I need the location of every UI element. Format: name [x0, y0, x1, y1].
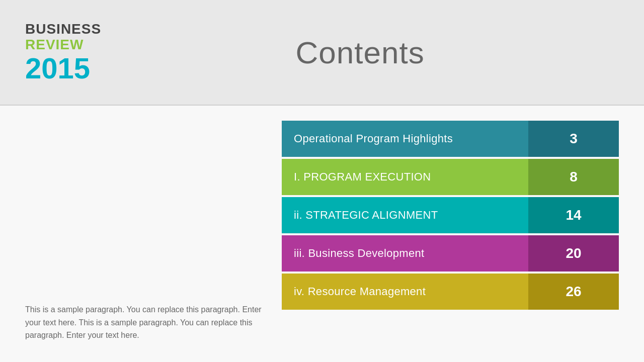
table-row: iv. Resource Management26 [282, 274, 619, 310]
table-row: Operational Program Highlights3 [282, 121, 619, 157]
row-label: iii. Business Development [282, 235, 528, 272]
row-label: Operational Program Highlights [282, 121, 528, 157]
row-page-number: 8 [528, 159, 619, 195]
logo-business: BUSINESS [25, 22, 101, 37]
table-row: I. PROGRAM EXECUTION8 [282, 159, 619, 195]
logo-year: 2015 [25, 54, 101, 83]
row-label: iv. Resource Management [282, 274, 528, 310]
table-row: iii. Business Development20 [282, 235, 619, 272]
header-title-area: Contents [101, 35, 619, 70]
contents-table: Operational Program Highlights3I. PROGRA… [282, 121, 619, 347]
header: BUSINESS REVIEW 2015 Contents [0, 0, 644, 106]
table-row: ii. STRATEGIC ALIGNMENT14 [282, 197, 619, 233]
row-label: I. PROGRAM EXECUTION [282, 159, 528, 195]
row-page-number: 20 [528, 235, 619, 272]
logo-review: REVIEW [25, 37, 101, 53]
row-page-number: 3 [528, 121, 619, 157]
page-title: Contents [296, 35, 425, 70]
row-label: ii. STRATEGIC ALIGNMENT [282, 197, 528, 233]
row-page-number: 26 [528, 274, 619, 310]
left-panel: This is a sample paragraph. You can repl… [25, 121, 282, 347]
row-page-number: 14 [528, 197, 619, 233]
main-content: This is a sample paragraph. You can repl… [0, 106, 644, 362]
logo-area: BUSINESS REVIEW 2015 [25, 22, 101, 83]
sample-paragraph: This is a sample paragraph. You can repl… [25, 303, 262, 342]
